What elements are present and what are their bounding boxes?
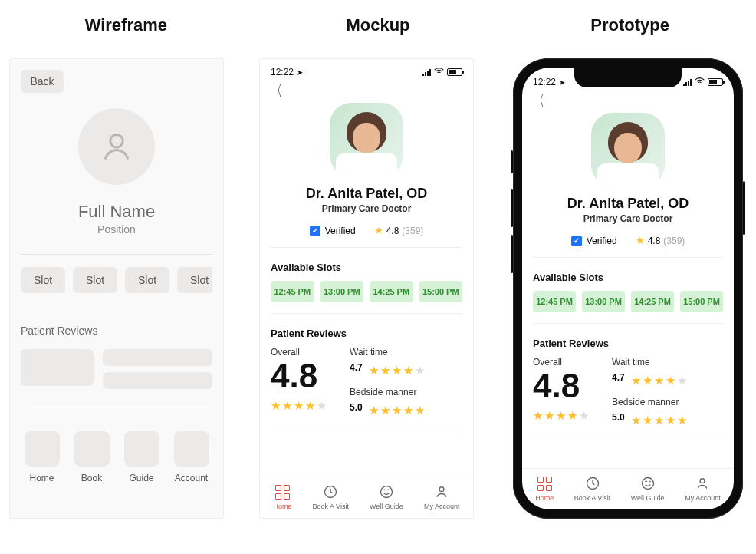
name-placeholder: Full Name [78,202,155,222]
slot-chip[interactable]: 15:00 PM [419,281,463,302]
doctor-role: Primary Care Doctor [322,203,412,214]
wifi-icon [434,68,444,77]
star-icon: ★ [403,404,413,417]
star-icon: ★ [271,399,281,413]
svg-point-1 [439,74,439,74]
check-icon: ✓ [310,226,320,236]
slot-chip[interactable]: 12:45 PM [533,291,576,312]
placeholder-block [21,349,94,386]
slot-chip[interactable]: 12:45 PM [271,281,314,302]
slot-chip[interactable]: Slot [125,267,169,293]
bedside-value: 5.0 [350,402,363,413]
slot-chip[interactable]: Slot [73,267,117,293]
star-icon: ★ [392,404,402,417]
tab-account[interactable]: Account [170,431,212,483]
star-icon: ★ [403,364,413,378]
tab-label: Home [535,494,554,502]
heading-wireframe: Wireframe [2,15,251,35]
placeholder-block [103,372,212,389]
check-icon: ✓ [571,236,582,246]
star-icon: ★ [654,414,664,427]
bedside-label: Bedside manner [350,387,425,397]
star-icon: ★ [282,399,292,413]
star-icon: ★ [631,374,641,387]
phone-notch [574,68,682,87]
wait-stars: ★★★★★ [631,374,687,387]
wait-stars: ★★★★★ [369,364,425,378]
tab-book-visit[interactable]: Book A Visit [574,475,610,502]
divider [21,312,212,312]
prototype-panel: 12:22 ➤ 〈 [509,58,747,519]
bedside-label: Bedside manner [612,397,687,407]
back-button[interactable]: 〈 [522,91,734,111]
person-icon [694,475,711,492]
tab-home[interactable]: Home [535,475,554,502]
doctor-avatar [330,103,403,176]
bedside-stars: ★★★★★ [369,404,425,417]
reviews-heading: Patient Reviews [271,328,462,339]
avatar-placeholder [78,108,155,185]
slot-chip[interactable]: 13:00 PM [582,291,625,312]
star-icon: ★ [643,374,652,387]
slots-heading: Available Slots [533,272,723,283]
grid-icon [275,485,290,500]
tab-my-account[interactable]: My Account [685,475,721,502]
overall-label: Overall [533,357,589,368]
star-icon: ★ [631,414,641,427]
star-icon: ★ [392,364,402,378]
location-arrow-icon: ➤ [559,78,565,87]
doctor-name: Dr. Anita Patel, OD [567,196,689,212]
signal-icon [422,68,431,76]
back-button[interactable]: 〈 [260,81,473,101]
tab-guide[interactable]: Guide [120,431,163,483]
overall-value: 4.8 [271,359,327,393]
slot-chip[interactable]: 14:25 PM [631,291,674,312]
star-icon: ★ [415,404,425,417]
overall-value: 4.8 [533,369,589,403]
slots-row: 12:45 PM 13:00 PM 14:25 PM 15:00 PM [271,281,462,302]
tab-label: My Account [685,494,721,502]
overall-stars: ★★★★★ [271,399,327,413]
rating-count: (359) [663,236,685,246]
svg-point-3 [380,486,392,498]
reviews-heading: Patient Reviews [533,338,723,349]
mockup-panel: 12:22 ➤ 〈 Dr. Anita Patel, OD Primary Ca… [259,58,474,519]
slot-chip[interactable]: 13:00 PM [320,281,364,302]
star-icon: ★ [305,399,315,413]
chevron-left-icon: 〈 [534,91,544,111]
tab-book-visit[interactable]: Book A Visit [313,483,349,510]
tab-label: Home [274,503,292,510]
tab-well-guide[interactable]: Well Guide [370,483,403,510]
tab-label: Book A Visit [313,503,349,510]
battery-icon [447,68,462,76]
doctor-role: Primary Care Doctor [583,213,673,224]
overall-label: Overall [271,347,327,358]
rating-badge: ★ 4.8 (359) [374,225,424,236]
divider [21,254,212,255]
star-icon: ★ [369,404,379,417]
doctor-name: Dr. Anita Patel, OD [306,186,427,202]
slots-row: Slot Slot Slot Slot [21,262,212,293]
verified-label: Verified [325,226,356,236]
tab-home[interactable]: Home [274,483,292,510]
heading-mockup: Mockup [253,15,502,35]
doctor-avatar [591,113,665,186]
back-button[interactable]: Back [21,70,64,93]
wireframe-panel: Back Full Name Position Slot Slot Slot S… [9,58,224,519]
verified-badge: ✓ Verified [310,226,356,236]
star-icon: ★ [544,409,554,423]
slot-chip[interactable]: 14:25 PM [370,281,413,302]
tab-home[interactable]: Home [21,431,63,483]
slot-chip[interactable]: Slot [21,267,65,293]
bedside-value: 5.0 [612,412,625,423]
star-icon: ★ [677,414,687,427]
tab-well-guide[interactable]: Well Guide [631,475,665,502]
rating-value: 4.8 [386,226,399,236]
tab-my-account[interactable]: My Account [424,483,460,510]
slot-chip[interactable]: Slot [177,267,212,293]
rating-count: (359) [402,226,423,236]
slot-chip[interactable]: 15:00 PM [680,291,723,312]
tab-book[interactable]: Book [71,431,113,483]
status-bar: 12:22 ➤ [260,59,473,81]
star-icon: ★ [415,364,425,378]
